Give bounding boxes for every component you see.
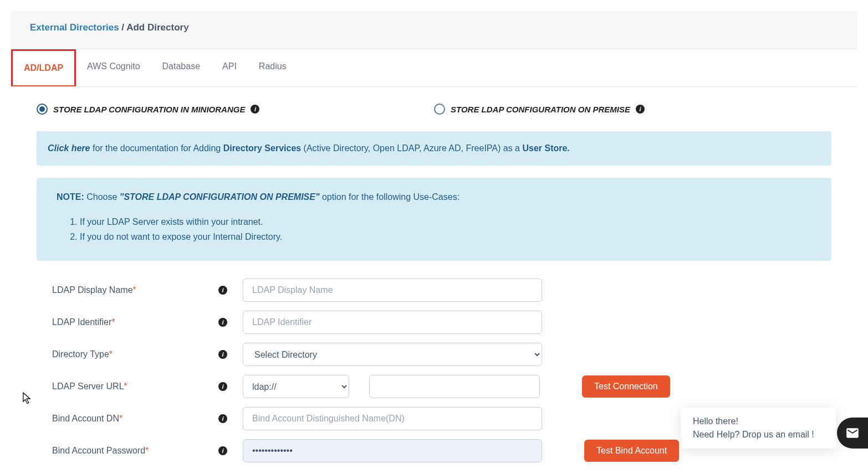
- bind-account-dn-input[interactable]: [243, 407, 542, 430]
- info-icon[interactable]: i: [218, 318, 227, 327]
- note-list: If your LDAP Server exists within your i…: [80, 214, 811, 244]
- doc-strong1: Directory Services: [223, 143, 302, 153]
- radio-button-unchecked[interactable]: [434, 104, 445, 115]
- info-icon[interactable]: i: [218, 350, 227, 359]
- documentation-info-box: Click here for the documentation for Add…: [37, 131, 831, 166]
- tab-bar: AD/LDAP AWS Cognito Database API Radius: [11, 49, 857, 87]
- note-lead2: option for the following Use-Cases:: [320, 192, 460, 202]
- page-header: External Directories / Add Directory: [11, 11, 857, 49]
- tab-radius[interactable]: Radius: [248, 49, 298, 86]
- bind-account-password-input[interactable]: [243, 439, 542, 462]
- radio-label-miniorange: STORE LDAP CONFIGURATION IN MINIORANGE: [53, 105, 245, 114]
- help-bubble: Hello there! Need Help? Drop us an email…: [681, 408, 836, 449]
- info-icon[interactable]: i: [218, 382, 227, 391]
- label-display-name: LDAP Display Name*: [52, 285, 218, 295]
- radio-store-miniorange[interactable]: STORE LDAP CONFIGURATION IN MINIORANGE i: [37, 104, 434, 115]
- mail-icon: [845, 426, 860, 440]
- help-line-2: Need Help? Drop us an email !: [693, 430, 824, 440]
- doc-strong2: User Store.: [522, 143, 569, 153]
- click-here-link[interactable]: Click here: [48, 143, 90, 153]
- test-bind-account-button[interactable]: Test Bind Account: [584, 440, 679, 462]
- info-icon[interactable]: i: [636, 105, 645, 114]
- doc-text: for the documentation for Adding: [90, 143, 223, 153]
- note-emphasis: "STORE LDAP CONFIGURATION ON PREMISE": [120, 192, 320, 202]
- storage-radio-row: STORE LDAP CONFIGURATION IN MINIORANGE i…: [37, 104, 831, 115]
- tab-api[interactable]: API: [211, 49, 248, 86]
- note-title: NOTE:: [57, 192, 84, 202]
- breadcrumb: External Directories / Add Directory: [30, 22, 838, 33]
- note-lead1: Choose: [84, 192, 120, 202]
- test-connection-button[interactable]: Test Connection: [582, 375, 670, 398]
- info-icon[interactable]: i: [218, 446, 227, 455]
- chat-fab-button[interactable]: [837, 418, 868, 449]
- breadcrumb-separator: /: [119, 22, 127, 33]
- ldap-protocol-select[interactable]: ldap://: [243, 375, 349, 398]
- note-item-1: If your LDAP Server exists within your i…: [80, 214, 811, 229]
- label-server-url: LDAP Server URL*: [52, 382, 218, 391]
- tab-aws-cognito[interactable]: AWS Cognito: [76, 49, 151, 86]
- label-identifier: LDAP Identifier*: [52, 317, 218, 327]
- label-bind-password: Bind Account Password*: [52, 446, 218, 456]
- info-icon[interactable]: i: [251, 105, 259, 114]
- label-directory-type: Directory Type*: [52, 349, 218, 359]
- radio-store-onpremise[interactable]: STORE LDAP CONFIGURATION ON PREMISE i: [434, 104, 831, 115]
- doc-text2: (Active Directory, Open LDAP, Azure AD, …: [301, 143, 522, 153]
- ldap-server-host-input[interactable]: [369, 375, 540, 398]
- help-line-1: Hello there!: [693, 416, 824, 426]
- info-icon[interactable]: i: [218, 286, 227, 295]
- tab-database[interactable]: Database: [151, 49, 212, 86]
- label-bind-dn: Bind Account DN*: [52, 414, 218, 424]
- radio-label-onpremise: STORE LDAP CONFIGURATION ON PREMISE: [451, 105, 630, 114]
- breadcrumb-current: Add Directory: [126, 22, 188, 33]
- ldap-display-name-input[interactable]: [243, 279, 542, 302]
- note-box: NOTE: Choose "STORE LDAP CONFIGURATION O…: [37, 178, 831, 261]
- note-item-2: If you do not want to expose your Intern…: [80, 229, 811, 244]
- radio-button-checked[interactable]: [37, 104, 48, 115]
- directory-type-select[interactable]: Select Directory: [243, 343, 542, 366]
- info-icon[interactable]: i: [218, 414, 227, 423]
- ldap-identifier-input[interactable]: [243, 311, 542, 334]
- cursor-icon: [22, 392, 31, 406]
- breadcrumb-parent-link[interactable]: External Directories: [30, 22, 119, 33]
- tab-adldap[interactable]: AD/LDAP: [11, 49, 76, 86]
